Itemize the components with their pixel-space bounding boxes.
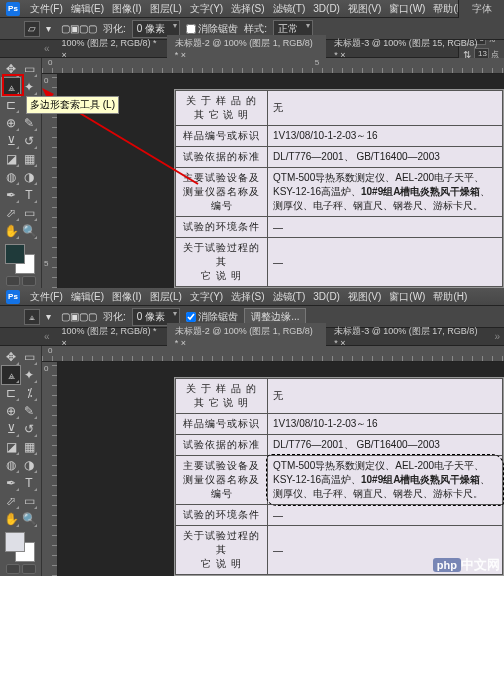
row-standard-value: DL/T776—2001、 GB/T16400—2003 (268, 147, 503, 168)
menu-image[interactable]: 图像(I) (108, 2, 145, 16)
canvas-bg[interactable]: 关 于 样 品 的 其 它 说 明 无 样品编号或标识 1V13/08/10-1… (58, 362, 504, 576)
path-tool[interactable]: ⬀ (2, 204, 20, 222)
screenmode-icon[interactable] (22, 276, 36, 286)
menu-3d[interactable]: 3D(D) (309, 3, 344, 14)
row-env-value: — (268, 505, 503, 526)
path-tool[interactable]: ⬀ (2, 492, 20, 510)
dodge-tool[interactable]: ◑ (20, 168, 38, 186)
stamp-tool[interactable]: ⊻ (2, 420, 20, 438)
feather-label: 羽化: (103, 22, 126, 36)
eraser-tool[interactable]: ◪ (2, 438, 20, 456)
screenmode-icon[interactable] (22, 564, 36, 574)
shape-tool[interactable]: ▭ (20, 204, 38, 222)
hand-tool[interactable]: ✋ (2, 222, 20, 240)
pen-tool[interactable]: ✒ (2, 474, 20, 492)
ps-logo: Ps (6, 290, 20, 304)
tool-box: ✥ ▭ ⟁ ✦ ⊏ ⁒ ⊕ ✎ ⊻ ↺ ◪ ▦ ◍ ◑ ✒ T ⬀ ▭ ✋ 🔍 (0, 346, 42, 576)
row-process-label: 关于试验过程的其 它 说 明 (176, 526, 268, 575)
menu-view[interactable]: 视图(V) (344, 2, 385, 16)
eraser-tool[interactable]: ◪ (2, 150, 20, 168)
dodge-tool[interactable]: ◑ (20, 456, 38, 474)
brush-tool[interactable]: ✎ (20, 402, 38, 420)
menu-type[interactable]: 文字(Y) (186, 2, 227, 16)
menu-filter[interactable]: 滤镜(T) (269, 2, 310, 16)
menu-3d[interactable]: 3D(D) (309, 291, 344, 302)
stamp-tool[interactable]: ⊻ (2, 132, 20, 150)
menu-select[interactable]: 选择(S) (227, 2, 268, 16)
quickmask-icon[interactable] (6, 276, 20, 286)
history-brush-tool[interactable]: ↺ (20, 420, 38, 438)
fg-color-swatch[interactable] (5, 532, 25, 552)
marquee-tool[interactable]: ▭ (20, 348, 38, 366)
tab-scroll-right[interactable]: » (490, 331, 504, 342)
menu-layer[interactable]: 图层(L) (146, 2, 186, 16)
row-sample-id-value: 1V13/08/10-1-2-03～16 (268, 414, 503, 435)
pen-tool[interactable]: ✒ (2, 186, 20, 204)
panel-title: 字体 (461, 2, 502, 16)
crop-tool[interactable]: ⊏ (2, 384, 20, 402)
ps-logo: Ps (6, 2, 20, 16)
blur-tool[interactable]: ◍ (2, 456, 20, 474)
row-process-value: — (268, 238, 503, 287)
history-brush-tool[interactable]: ↺ (20, 132, 38, 150)
color-swatches[interactable] (5, 244, 39, 274)
menu-filter[interactable]: 滤镜(T) (269, 290, 310, 304)
menu-edit[interactable]: 编辑(E) (67, 2, 108, 16)
brush-tool[interactable]: ✎ (20, 114, 38, 132)
watermark: php中文网 (433, 556, 500, 574)
type-tool[interactable]: T (20, 186, 38, 204)
row-standard-label: 试验依据的标准 (176, 435, 268, 456)
healing-tool[interactable]: ⊕ (2, 402, 20, 420)
move-tool[interactable]: ✥ (2, 348, 20, 366)
menu-file[interactable]: 文件(F) (26, 2, 67, 16)
antialias-checkbox[interactable] (186, 312, 196, 322)
wand-tool[interactable]: ✦ (20, 366, 38, 384)
tab-scroll-left[interactable]: « (40, 43, 54, 54)
fg-color-swatch[interactable] (5, 244, 25, 264)
zoom-tool[interactable]: 🔍 (20, 510, 38, 528)
row-env-value: — (268, 217, 503, 238)
crop-tool[interactable]: ⊏ (2, 96, 20, 114)
row-process-label: 关于试验过程的其 它 说 明 (176, 238, 268, 287)
row-equipment-value: QTM-500导热系数测定仪、AEL-200电子天平、KSY-12-16高温炉、… (268, 168, 503, 217)
menu-view[interactable]: 视图(V) (344, 290, 385, 304)
document-tabs: « 100% (图层 2, RGB/8) * × 未标题-2 @ 100% (图… (0, 40, 504, 58)
menu-file[interactable]: 文件(F) (26, 290, 67, 304)
current-tool-icon[interactable]: ⟁ (24, 309, 40, 325)
menu-layer[interactable]: 图层(L) (146, 290, 186, 304)
style-label: 样式: (244, 22, 267, 36)
gradient-tool[interactable]: ▦ (20, 438, 38, 456)
row-env-label: 试验的环境条件 (176, 505, 268, 526)
zoom-tool[interactable]: 🔍 (20, 222, 38, 240)
row-sample-desc-label: 关 于 样 品 的 其 它 说 明 (176, 379, 268, 414)
tab-scroll-left[interactable]: « (40, 331, 54, 342)
quickmask-icon[interactable] (6, 564, 20, 574)
menu-select[interactable]: 选择(S) (227, 290, 268, 304)
gradient-tool[interactable]: ▦ (20, 150, 38, 168)
canvas-bg[interactable]: 关 于 样 品 的 其 它 说 明 无 样品编号或标识 1V13/08/10-1… (58, 74, 504, 288)
type-tool[interactable]: T (20, 474, 38, 492)
row-equipment-label: 主要试验设备及测量仪器名称及编号 (176, 456, 268, 505)
row-sample-id-value: 1V13/08/10-1-2-03～16 (268, 126, 503, 147)
annotation-highlight (2, 74, 24, 96)
row-equipment-value: QTM-500导热系数测定仪、AEL-200电子天平、KSY-12-16高温炉、… (268, 456, 503, 505)
menu-edit[interactable]: 编辑(E) (67, 290, 108, 304)
document-tabs: « 100% (图层 2, RGB/8) * × 未标题-2 @ 100% (图… (0, 328, 504, 346)
ruler-horizontal: 0 (42, 346, 504, 362)
color-swatches[interactable] (5, 532, 39, 562)
current-tool-icon[interactable]: ▱ (24, 21, 40, 37)
hand-tool[interactable]: ✋ (2, 510, 20, 528)
menu-image[interactable]: 图像(I) (108, 290, 145, 304)
menu-help[interactable]: 帮助(H) (429, 290, 471, 304)
healing-tool[interactable]: ⊕ (2, 114, 20, 132)
shape-tool[interactable]: ▭ (20, 492, 38, 510)
eyedropper-tool[interactable]: ⁒ (20, 384, 38, 402)
menu-window[interactable]: 窗口(W) (385, 2, 429, 16)
blur-tool[interactable]: ◍ (2, 168, 20, 186)
menu-window[interactable]: 窗口(W) (385, 290, 429, 304)
row-sample-desc-value: 无 (268, 91, 503, 126)
document-image: 关 于 样 品 的 其 它 说 明 无 样品编号或标识 1V13/08/10-1… (174, 89, 504, 288)
menu-type[interactable]: 文字(Y) (186, 290, 227, 304)
antialias-checkbox[interactable] (186, 24, 196, 34)
lasso-tool[interactable]: ⟁ (2, 366, 20, 384)
